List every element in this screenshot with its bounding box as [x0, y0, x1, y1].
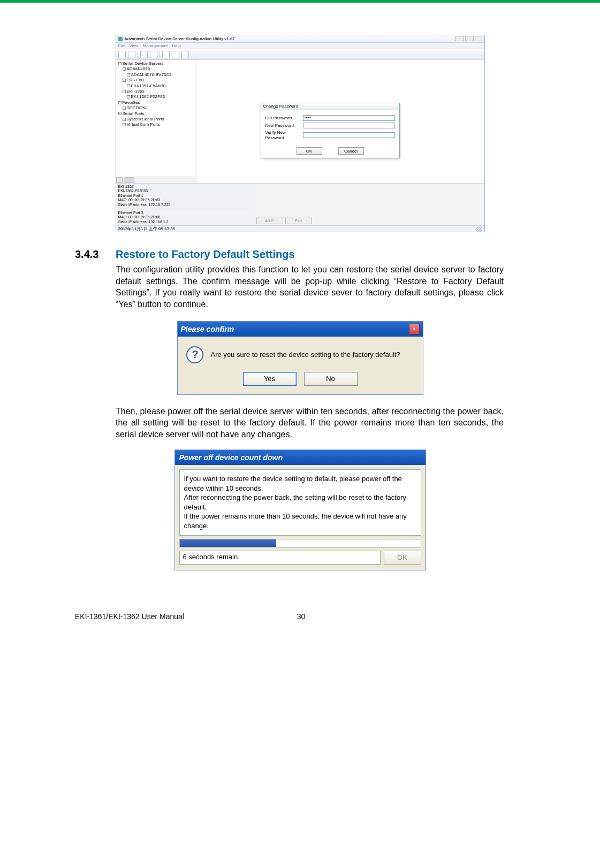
countdown-remain: 6 seconds remain	[179, 551, 381, 565]
close-icon[interactable]	[475, 36, 483, 41]
yes-button[interactable]: Yes	[243, 372, 297, 386]
toolbar-icon[interactable]	[140, 51, 148, 58]
tree-item[interactable]: -ADAM-4570	[118, 66, 194, 72]
tree-item[interactable]: EKI-1351-F5A8B0	[118, 83, 194, 89]
window-buttons	[455, 36, 483, 41]
dialog-titlebar: Power off device count down	[175, 450, 426, 465]
countdown-message: If you want to restore the device settin…	[179, 469, 421, 535]
tree-item[interactable]: System Serial Ports	[118, 117, 194, 122]
section-paragraph: Then, please power off the serial device…	[116, 406, 504, 440]
section-number: 3.4.3	[75, 248, 106, 261]
toolbar-icon[interactable]	[172, 51, 179, 58]
menu-view[interactable]: View	[129, 43, 138, 49]
ok-button[interactable]: OK	[384, 551, 421, 565]
main-pane: Change Password Old Password New Passwor…	[196, 60, 484, 183]
toolbar-icon[interactable]	[150, 51, 157, 58]
verify-password-input[interactable]	[303, 132, 395, 138]
sidebar-tree: -Serial Device Servers -ADAM-4570 ADAM-4…	[116, 60, 196, 183]
app-title: Advantech Serial Device Server Configura…	[125, 36, 235, 42]
tree-item[interactable]: -EKI-1362	[118, 89, 194, 94]
info-line: Ethernet Port 3	[118, 211, 253, 215]
footer-button[interactable]: Add?	[256, 217, 283, 224]
dialog-titlebar: Please confirm ×	[178, 322, 423, 337]
info-line: Static IP Address: 172.18.7.225	[118, 203, 253, 207]
info-line: EKI-1362	[118, 185, 253, 189]
tree-item[interactable]: SECTION1	[118, 105, 194, 111]
app-icon	[118, 37, 123, 41]
toolbar-icon[interactable]	[128, 51, 135, 58]
sidebar-scrollbar[interactable]	[116, 177, 196, 183]
toolbar-separator	[160, 51, 160, 58]
minimize-icon[interactable]	[455, 36, 464, 41]
status-time: 2013年11月1日 上午 09:53:35	[118, 226, 176, 232]
dialog-title: Change Password	[261, 103, 399, 110]
toolbar-icon[interactable]	[162, 51, 170, 58]
tree-item[interactable]: EKI-1362-F52F83	[118, 94, 194, 100]
no-button[interactable]: No	[304, 372, 358, 386]
new-password-input[interactable]	[303, 123, 395, 128]
question-icon	[186, 346, 203, 363]
status-bar: 2013年11月1日 上午 09:53:35	[116, 225, 484, 232]
footer-left: EKI-1361/EKI-1362 User Manual	[75, 612, 184, 621]
dialog-title: Please confirm	[181, 325, 234, 333]
page-content: Advantech Serial Device Server Configura…	[0, 3, 600, 664]
old-password-input[interactable]	[303, 115, 395, 121]
verify-password-label: Verify New Password	[265, 130, 303, 140]
maximize-icon[interactable]	[465, 36, 474, 41]
tree-root[interactable]: -Serial Ports	[118, 111, 194, 117]
confirm-message: Are you sure to reset the device setting…	[211, 351, 400, 359]
countdown-dialog: Power off device count down If you want …	[174, 450, 426, 570]
config-utility-window: Advantech Serial Device Server Configura…	[116, 35, 485, 232]
footer-page-number: 30	[297, 612, 306, 621]
menubar: File View Management Help	[116, 43, 484, 49]
section-paragraph: The configuration utility provides this …	[116, 264, 504, 310]
info-line: MAC: 00:D0:C9:F5:2F:88	[118, 215, 253, 219]
old-password-label: Old Password	[265, 116, 303, 121]
toolbar-icon[interactable]	[181, 51, 189, 58]
cancel-button[interactable]: Cancel	[338, 147, 364, 155]
tree-root[interactable]: -Favorites	[118, 100, 194, 105]
toolbar-separator	[138, 51, 138, 58]
section-heading: 3.4.3 Restore to Factory Default Setting…	[75, 248, 493, 261]
menu-help[interactable]: Help	[172, 43, 180, 49]
tree-item[interactable]: Virtual Com Ports	[118, 122, 194, 127]
progress-bar	[179, 539, 421, 547]
tree-item[interactable]: -EKI-1351	[118, 78, 194, 83]
toolbar-icon[interactable]	[118, 51, 126, 58]
change-password-dialog: Change Password Old Password New Passwor…	[261, 103, 400, 158]
info-panel: EKI-1362 EKI-1362-F52F83 Ethernet Port 1…	[116, 184, 255, 225]
page-footer: EKI-1361/EKI-1362 User Manual 30	[75, 580, 525, 642]
progress-fill	[180, 539, 276, 547]
tree-root[interactable]: -Serial Device Servers	[118, 61, 194, 66]
app-titlebar: Advantech Serial Device Server Configura…	[116, 35, 484, 43]
info-line: Ethernet Port 1	[118, 194, 253, 198]
menu-file[interactable]: File	[118, 43, 125, 49]
app-footer: EKI-1362 EKI-1362-F52F83 Ethernet Port 1…	[116, 183, 484, 225]
info-line: Static IP Address: 192.168.1.2	[118, 220, 253, 224]
section-title: Restore to Factory Default Settings	[116, 248, 295, 261]
please-confirm-dialog: Please confirm × Are you sure to reset t…	[177, 321, 423, 395]
menu-management[interactable]: Management	[143, 43, 168, 49]
info-line: MAC: 00:D0:C9:F5:2F:83	[118, 198, 253, 202]
dialog-title: Power off device count down	[179, 453, 283, 462]
footer-button[interactable]: Port	[285, 217, 312, 224]
close-icon[interactable]: ×	[409, 324, 420, 334]
resize-grip-icon[interactable]	[476, 226, 482, 232]
tree-item[interactable]: ADAM-4570-BV73C2	[118, 72, 194, 78]
info-line: EKI-1362-F52F83	[118, 189, 253, 193]
toolbar	[116, 49, 484, 60]
new-password-label: New Password	[265, 123, 303, 128]
ok-button[interactable]: OK	[297, 147, 322, 155]
